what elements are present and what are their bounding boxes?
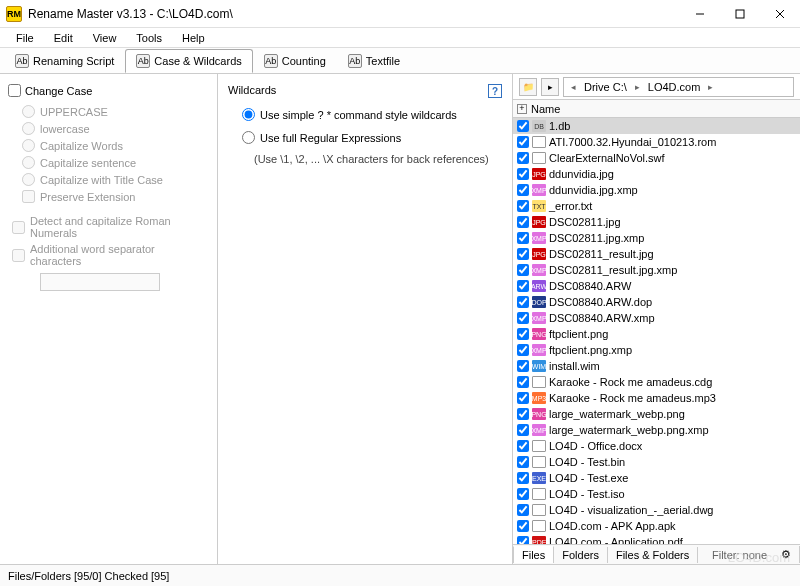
menu-tools[interactable]: Tools — [126, 30, 172, 46]
bottom-tab-files[interactable]: Files — [513, 546, 554, 563]
file-checkbox[interactable] — [517, 456, 529, 468]
tab-label: Counting — [282, 55, 326, 67]
menu-view[interactable]: View — [83, 30, 127, 46]
file-icon: DB — [532, 120, 546, 132]
change-case-checkbox[interactable] — [8, 84, 21, 97]
file-row[interactable]: ATI.7000.32.Hyundai_010213.rom — [513, 134, 800, 150]
file-row[interactable]: LO4D - visualization_-_aerial.dwg — [513, 502, 800, 518]
bottom-tab-folders[interactable]: Folders — [554, 547, 608, 563]
file-checkbox[interactable] — [517, 328, 529, 340]
tab-case-wildcards[interactable]: AbCase & Wildcards — [125, 49, 252, 73]
menu-edit[interactable]: Edit — [44, 30, 83, 46]
case-option-radio[interactable] — [22, 156, 35, 169]
separator-checkbox[interactable] — [12, 249, 25, 262]
breadcrumb-back-icon[interactable]: ◂ — [568, 82, 579, 92]
file-name: DSC02811_result.jpg.xmp — [549, 264, 677, 276]
file-checkbox[interactable] — [517, 408, 529, 420]
file-row[interactable]: XMPDSC02811_result.jpg.xmp — [513, 262, 800, 278]
file-checkbox[interactable] — [517, 392, 529, 404]
file-checkbox[interactable] — [517, 200, 529, 212]
preserve-extension-checkbox[interactable] — [22, 190, 35, 203]
file-row[interactable]: ARWDSC08840.ARW — [513, 278, 800, 294]
file-row[interactable]: JPGDSC02811_result.jpg — [513, 246, 800, 262]
breadcrumb-part[interactable]: Drive C:\ — [581, 81, 630, 93]
minimize-button[interactable] — [680, 1, 720, 27]
file-row[interactable]: PDFLO4D.com - Application.pdf — [513, 534, 800, 544]
tab-textfile[interactable]: AbTextfile — [337, 49, 411, 73]
menu-file[interactable]: File — [6, 30, 44, 46]
tab-renaming-script[interactable]: AbRenaming Script — [4, 49, 125, 73]
folder-up-button[interactable]: 📁 — [519, 78, 537, 96]
file-checkbox[interactable] — [517, 280, 529, 292]
file-checkbox[interactable] — [517, 120, 529, 132]
file-checkbox[interactable] — [517, 248, 529, 260]
file-checkbox[interactable] — [517, 488, 529, 500]
file-checkbox[interactable] — [517, 376, 529, 388]
file-row[interactable]: MP3Karaoke - Rock me amadeus.mp3 — [513, 390, 800, 406]
file-checkbox[interactable] — [517, 216, 529, 228]
file-row[interactable]: XMPDSC02811.jpg.xmp — [513, 230, 800, 246]
file-row[interactable]: XMPDSC08840.ARW.xmp — [513, 310, 800, 326]
file-checkbox[interactable] — [517, 136, 529, 148]
file-checkbox[interactable] — [517, 536, 529, 544]
file-checkbox[interactable] — [517, 424, 529, 436]
bottom-tab-files-folders[interactable]: Files & Folders — [608, 547, 698, 563]
file-row[interactable]: LO4D - Test.bin — [513, 454, 800, 470]
close-button[interactable] — [760, 1, 800, 27]
file-checkbox[interactable] — [517, 184, 529, 196]
nav-forward-button[interactable]: ▸ — [541, 78, 559, 96]
file-list-header[interactable]: + Name — [513, 100, 800, 118]
case-option-radio[interactable] — [22, 139, 35, 152]
filter-label[interactable]: Filter: none — [706, 549, 773, 561]
case-option-radio[interactable] — [22, 105, 35, 118]
file-row[interactable]: LO4D - Test.iso — [513, 486, 800, 502]
gear-icon[interactable]: ⚙ — [773, 546, 800, 563]
breadcrumb[interactable]: ◂ Drive C:\▸LO4D.com▸ — [563, 77, 794, 97]
file-row[interactable]: WIMinstall.wim — [513, 358, 800, 374]
case-option-radio[interactable] — [22, 122, 35, 135]
file-row[interactable]: ClearExternalNoVol.swf — [513, 150, 800, 166]
menu-help[interactable]: Help — [172, 30, 215, 46]
file-row[interactable]: EXELO4D - Test.exe — [513, 470, 800, 486]
file-row[interactable]: XMPlarge_watermark_webp.png.xmp — [513, 422, 800, 438]
file-checkbox[interactable] — [517, 264, 529, 276]
file-row[interactable]: LO4D - Office.docx — [513, 438, 800, 454]
file-name: ddunvidia.jpg.xmp — [549, 184, 638, 196]
regex-radio[interactable] — [242, 131, 255, 144]
file-row[interactable]: LO4D.com - APK App.apk — [513, 518, 800, 534]
file-row[interactable]: XMPddunvidia.jpg.xmp — [513, 182, 800, 198]
name-column-header[interactable]: Name — [531, 103, 560, 115]
file-row[interactable]: JPGDSC02811.jpg — [513, 214, 800, 230]
file-checkbox[interactable] — [517, 296, 529, 308]
file-checkbox[interactable] — [517, 472, 529, 484]
breadcrumb-part[interactable]: LO4D.com — [645, 81, 704, 93]
maximize-button[interactable] — [720, 1, 760, 27]
file-row[interactable]: JPGddunvidia.jpg — [513, 166, 800, 182]
file-row[interactable]: Karaoke - Rock me amadeus.cdg — [513, 374, 800, 390]
help-icon[interactable]: ? — [488, 84, 502, 98]
file-list[interactable]: DB1.dbATI.7000.32.Hyundai_010213.romClea… — [513, 118, 800, 544]
file-checkbox[interactable] — [517, 344, 529, 356]
tab-counting[interactable]: AbCounting — [253, 49, 337, 73]
file-checkbox[interactable] — [517, 312, 529, 324]
simple-wildcards-radio[interactable] — [242, 108, 255, 121]
separator-input[interactable] — [40, 273, 160, 291]
file-row[interactable]: PNGlarge_watermark_webp.png — [513, 406, 800, 422]
file-name: large_watermark_webp.png — [549, 408, 685, 420]
file-checkbox[interactable] — [517, 168, 529, 180]
case-option-radio[interactable] — [22, 173, 35, 186]
file-row[interactable]: TXT_error.txt — [513, 198, 800, 214]
file-checkbox[interactable] — [517, 504, 529, 516]
roman-numerals-checkbox[interactable] — [12, 221, 25, 234]
file-checkbox[interactable] — [517, 360, 529, 372]
file-checkbox[interactable] — [517, 232, 529, 244]
file-row[interactable]: DB1.db — [513, 118, 800, 134]
file-checkbox[interactable] — [517, 520, 529, 532]
file-row[interactable]: DOPDSC08840.ARW.dop — [513, 294, 800, 310]
file-checkbox[interactable] — [517, 152, 529, 164]
file-row[interactable]: PNGftpclient.png — [513, 326, 800, 342]
file-checkbox[interactable] — [517, 440, 529, 452]
file-row[interactable]: XMPftpclient.png.xmp — [513, 342, 800, 358]
file-icon: JPG — [532, 168, 546, 180]
expand-all-icon[interactable]: + — [517, 104, 527, 114]
